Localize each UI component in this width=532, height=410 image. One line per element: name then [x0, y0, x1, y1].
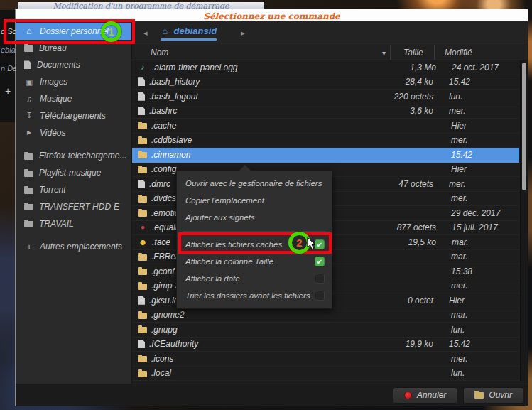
file-size: 47 octets — [372, 179, 433, 189]
folder-icon — [138, 123, 147, 129]
file-name: .gnome2 — [151, 310, 374, 320]
scrollbar-thumb[interactable] — [522, 63, 526, 190]
file-name: .ICEauthority — [149, 339, 372, 349]
sidebar-item-playlist-musique[interactable]: Playlist-musique — [16, 164, 131, 181]
sidebar-item-torrent[interactable]: Torrent — [16, 181, 131, 198]
sidebar-item-firefox-telechargeme[interactable]: Firefox-telechargeme... — [16, 148, 131, 165]
file-row[interactable]: .cacheHier — [132, 119, 519, 134]
menu-item-label: Ouvrir avec le gestionnaire de fichiers — [185, 179, 325, 188]
menu-item-copier-l-emplacement[interactable]: Copier l'emplacement — [177, 192, 332, 209]
file-row[interactable]: .cddbslavemer. — [132, 134, 519, 149]
file-size: 220 octets — [372, 92, 433, 102]
back-button[interactable]: ◂ — [139, 28, 152, 38]
sidebar-item-documents[interactable]: Documents — [16, 57, 131, 74]
file-modified: mer. — [433, 179, 466, 189]
file-size: 19,9 ko — [372, 339, 433, 349]
menu-item-afficher-la-date[interactable]: Afficher la date — [177, 270, 332, 287]
checkbox-checked-icon[interactable]: ✔ — [315, 257, 325, 266]
file-row[interactable]: .ICEauthority19,9 ko15:42 — [132, 338, 519, 352]
file-name: .bash_logout — [149, 92, 372, 102]
file-modified: mar. — [435, 252, 468, 261]
file-row[interactable]: .gnupglun. — [132, 323, 519, 338]
music-icon: ♫ — [24, 95, 34, 103]
file-modified: 15:38 — [435, 266, 472, 276]
file-size: 1,3 Mo — [375, 63, 436, 72]
file-modified: 29 déc. 2017 — [435, 208, 500, 218]
menu-item-ouvrir-avec-le-gestionnaire-de-fichiers[interactable]: Ouvrir avec le gestionnaire de fichiers — [177, 175, 332, 192]
file-modified: 15 juil. 2017 — [436, 222, 498, 232]
breadcrumb-active-underline — [161, 38, 217, 41]
document-icon — [24, 60, 31, 69]
breadcrumb-location-label: debiansid — [174, 26, 217, 36]
breadcrumb-location-button[interactable]: ⌂ debiansid — [153, 26, 224, 41]
sidebar-item-videos[interactable]: ▶Vidéos — [16, 124, 131, 141]
folder-icon — [138, 167, 147, 173]
column-header-modifie-label: Modifié — [445, 48, 472, 58]
folder-icon — [24, 45, 33, 52]
column-header-modifie[interactable]: Modifié — [434, 45, 528, 60]
file-modified: mer. — [435, 354, 468, 364]
sidebar-item-transfert-hdd-e[interactable]: TRANSFERT HDD-E — [16, 198, 131, 215]
document-icon — [138, 107, 145, 115]
file-size: 19,5 ko — [375, 237, 436, 247]
scrollbar[interactable] — [520, 60, 528, 381]
folder-icon — [138, 327, 147, 333]
file-row[interactable]: .bash_history28,4 ko15:42 — [132, 75, 519, 90]
file-row[interactable]: .locallun. — [132, 367, 519, 382]
file-size: 3,6 ko — [372, 106, 433, 116]
file-name: .alarm-timer-panel.ogg — [152, 63, 375, 72]
sidebar-item-autres-emplacements[interactable]: +Autres emplacements — [16, 239, 131, 256]
menu-separator — [183, 231, 326, 232]
open-folder-icon — [474, 392, 484, 399]
sidebar-item-label: Playlist-musique — [39, 168, 101, 178]
file-name: .cache — [151, 121, 374, 131]
column-header-taille[interactable]: Taille — [390, 45, 434, 60]
menu-item-ajouter-aux-signets[interactable]: Ajouter aux signets — [177, 209, 332, 226]
cancel-button[interactable]: Annuler — [393, 387, 457, 404]
file-row[interactable]: .bashrc3,6 komer. — [132, 104, 519, 119]
column-header-taille-label: Taille — [403, 48, 423, 58]
pathbar: ◂ ⌂ debiansid ▸ — [132, 21, 528, 45]
checkbox-unchecked-icon[interactable] — [315, 291, 325, 301]
file-row[interactable]: .cinnamon15:42 — [132, 148, 519, 163]
menu-item-trier-les-dossiers-avant-les-fichiers[interactable]: Trier les dossiers avant les fichiers — [177, 287, 332, 304]
media-icon: ● — [138, 224, 148, 231]
file-modified: mer. — [435, 135, 468, 145]
checkbox-unchecked-icon[interactable] — [315, 274, 325, 284]
document-icon — [138, 77, 145, 86]
mouse-cursor — [307, 237, 316, 250]
open-button[interactable]: Ouvrir — [463, 387, 523, 404]
folder-icon — [138, 356, 147, 362]
sidebar-item-images[interactable]: ▣Images — [16, 73, 131, 90]
sidebar-item-telechargements[interactable]: ↧Téléchargements — [16, 107, 131, 124]
context-menu-notch — [239, 165, 251, 171]
folder-icon — [138, 152, 147, 158]
background-text-fragment: ebia — [1, 45, 16, 54]
file-modified: 15:42 — [433, 339, 470, 349]
file-row[interactable]: .gnome2mar. — [132, 308, 519, 323]
audio-icon: ♪ — [138, 63, 148, 71]
file-row[interactable]: ♪.alarm-timer-panel.ogg1,3 Mo24 oct. 201… — [132, 60, 519, 75]
cancel-button-label: Annuler — [417, 390, 446, 400]
folder-icon — [24, 171, 33, 177]
folder-icon — [24, 221, 33, 227]
folder-icon — [138, 196, 147, 203]
file-size: 877 octets — [375, 222, 436, 232]
sidebar-item-label: Images — [40, 77, 67, 87]
column-header-nom[interactable]: Nom ▾ — [140, 48, 390, 58]
sidebar-item-travail[interactable]: TRAVAIL — [16, 215, 131, 232]
forward-button[interactable]: ▸ — [237, 28, 249, 38]
download-icon: ↧ — [24, 112, 34, 119]
image-icon: ▣ — [24, 78, 34, 86]
sidebar-item-musique[interactable]: ♫Musique — [16, 90, 131, 107]
menu-item-label: Ajouter aux signets — [185, 213, 325, 222]
file-row[interactable]: .bash_logout220 octetslun. — [132, 90, 519, 104]
column-header-nom-label: Nom — [151, 48, 168, 58]
file-row[interactable]: .iconsmer. — [132, 352, 519, 367]
menu-item-afficher-la-colonne-taille[interactable]: Afficher la colonne Taille✔ — [177, 253, 332, 270]
sidebar-item-label: Torrent — [39, 185, 66, 195]
dialog-title: Sélectionnez une commande — [203, 11, 340, 21]
file-name: .cddbslave — [151, 135, 374, 145]
file-modified: mer. — [435, 281, 468, 291]
folder-icon — [24, 153, 33, 160]
